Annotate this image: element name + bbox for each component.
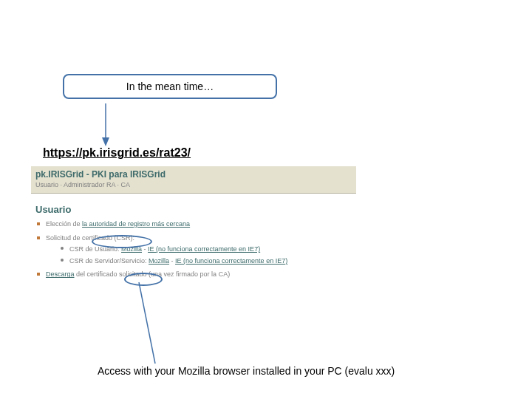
csr-server-mozilla-link[interactable]: Mozilla	[149, 257, 169, 265]
csr-server-ie-link[interactable]: IE (no funciona correctamente en IE7)	[175, 257, 287, 265]
svg-marker-1	[102, 137, 109, 146]
callout-box: In the mean time…	[63, 74, 277, 99]
panel-body: Usuario Elección de la autoridad de regi…	[31, 194, 356, 291]
list-item: CSR de Servidor/Servicio: Mozilla - IE (…	[61, 256, 352, 266]
panel-subnav: Usuario · Administrador RA · CA	[35, 181, 352, 188]
section-title: Usuario	[35, 204, 352, 215]
list-item: CSR de Usuario: Mozilla - IE (no funcion…	[61, 245, 352, 254]
pki-panel: pk.IRISGrid - PKI para IRISGrid Usuario …	[31, 166, 356, 291]
registry-link[interactable]: la autoridad de registro más cercana	[82, 220, 190, 228]
list-item: Elección de la autoridad de registro más…	[35, 219, 352, 229]
connector-line-icon	[133, 282, 163, 367]
item-text: CSR de Servidor/Servicio:	[69, 257, 149, 265]
list-item: Solicitud de certificado (CSR): CSR de U…	[35, 233, 352, 266]
panel-header: pk.IRISGrid - PKI para IRISGrid Usuario …	[31, 166, 356, 194]
csr-user-ie-link[interactable]: IE (no funciona correctamente en IE7)	[148, 245, 260, 253]
item-text: -	[142, 245, 148, 253]
item-text: CSR de Usuario:	[69, 245, 121, 253]
svg-line-2	[139, 282, 155, 364]
callout-text: In the mean time…	[126, 81, 214, 92]
caption-text: Access with your Mozilla browser install…	[98, 365, 395, 377]
sub-list: CSR de Usuario: Mozilla - IE (no funcion…	[46, 245, 352, 265]
item-text: -	[169, 257, 175, 265]
arrow-down-icon	[100, 103, 122, 148]
item-text: Solicitud de certificado (CSR):	[46, 234, 134, 242]
panel-title: pk.IRISGrid - PKI para IRISGrid	[35, 169, 352, 180]
item-text: del certificado solicitado (una vez firm…	[75, 270, 231, 278]
download-link[interactable]: Descarga	[46, 270, 75, 278]
csr-user-mozilla-link[interactable]: Mozilla	[121, 245, 142, 253]
item-text: Elección de	[46, 220, 82, 228]
pki-url-link[interactable]: https://pk.irisgrid.es/rat23/	[43, 146, 191, 160]
option-list: Elección de la autoridad de registro más…	[35, 219, 352, 279]
list-item: Descarga del certificado solicitado (una…	[35, 270, 352, 279]
